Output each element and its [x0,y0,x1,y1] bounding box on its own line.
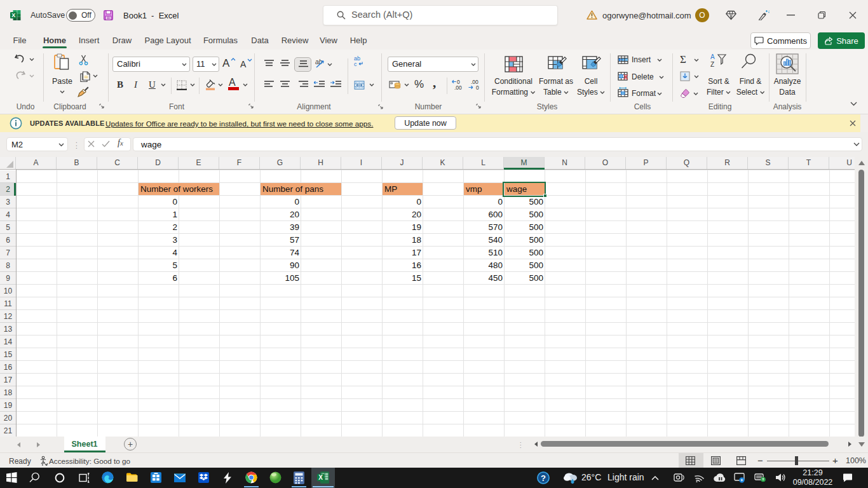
svg-text:c: c [354,61,357,67]
svg-text:Z: Z [710,61,714,68]
svg-text:.00: .00 [454,85,462,90]
svg-text:X: X [318,474,323,481]
svg-text:0: 0 [476,85,479,90]
svg-text:A: A [710,53,715,60]
svg-text:?: ? [541,473,546,483]
svg-text:X: X [11,12,15,18]
svg-text:ab: ab [315,58,323,65]
